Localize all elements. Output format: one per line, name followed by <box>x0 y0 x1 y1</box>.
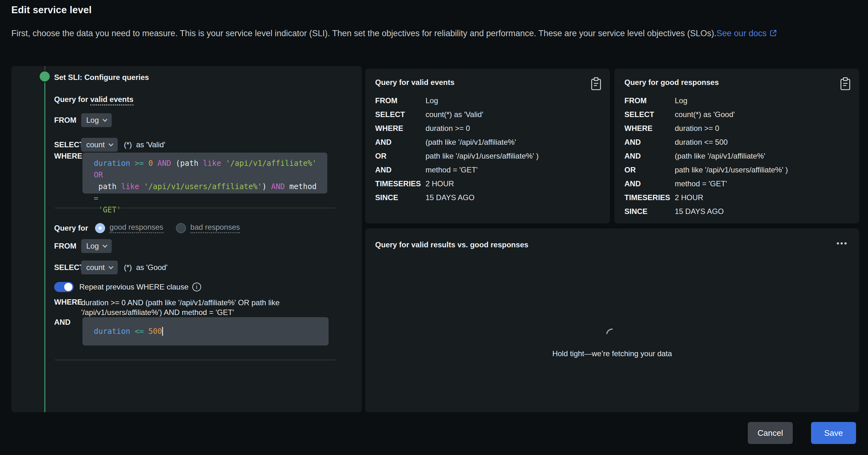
chevron-down-icon <box>108 264 113 269</box>
row-value: 15 DAYS AGO <box>675 207 724 216</box>
step-title: Set SLI: Configure queries <box>54 73 149 82</box>
valid-query-card: Query for valid events FROMLog SELECTcou… <box>365 69 610 223</box>
loading-spinner <box>603 326 621 343</box>
row-value: duration >= 0 <box>426 124 470 133</box>
row-value: 2 HOUR <box>675 193 704 202</box>
heading-term: valid events <box>90 95 133 105</box>
row-keyword: SELECT <box>624 110 675 119</box>
row-value: path like '/api/v1/users/affiliate%' ) <box>426 152 539 160</box>
section-divider <box>55 360 336 360</box>
row-keyword: AND <box>624 180 675 188</box>
row-value: count(*) as 'Valid' <box>426 110 483 119</box>
valid-query-card-title: Query for valid events <box>375 78 455 87</box>
row-value: 2 HOUR <box>426 180 454 188</box>
radio-bad-label[interactable]: bad responses <box>190 223 240 233</box>
where-label: WHERE <box>54 298 81 306</box>
and-label: AND <box>54 318 81 327</box>
where-label: WHERE <box>54 152 81 160</box>
radio-bad-responses[interactable] <box>176 223 186 233</box>
row-keyword: TIMESERIES <box>624 193 675 202</box>
row-keyword: AND <box>624 138 675 147</box>
and-query-code: duration <= 500 <box>94 326 162 337</box>
where-clause-line1: duration >= 0 AND (path like '/api/v1/af… <box>81 298 289 307</box>
copy-query-button[interactable] <box>840 77 851 91</box>
from-dropdown-value: Log <box>86 242 99 251</box>
row-keyword: WHERE <box>375 124 426 133</box>
from-dropdown[interactable]: Log <box>81 113 112 127</box>
row-keyword: WHERE <box>624 124 675 133</box>
repeated-where-clause: duration >= 0 AND (path like '/api/v1/af… <box>81 298 289 317</box>
section-divider <box>55 208 336 208</box>
row-value: method = 'GET' <box>426 165 478 174</box>
from-label: FROM <box>54 116 81 125</box>
row-keyword: FROM <box>375 96 426 105</box>
select-label: SELECT <box>54 263 81 272</box>
radio-good-label[interactable]: good responses <box>110 223 163 233</box>
external-link-icon <box>769 29 777 37</box>
valid-events-heading: Query for valid events <box>54 95 133 104</box>
step-indicator-dot <box>40 71 50 82</box>
page-title: Edit service level <box>11 4 92 16</box>
row-value: duration >= 0 <box>675 124 719 133</box>
row-keyword: SELECT <box>375 110 426 119</box>
select-label: SELECT <box>54 140 81 149</box>
row-keyword: TIMESERIES <box>375 180 426 188</box>
from-dropdown-value: Log <box>86 116 99 125</box>
chevron-down-icon <box>108 141 113 146</box>
loading-message: Hold tight—we’re fetching your data <box>365 349 859 358</box>
good-query-card-title: Query for good responses <box>624 78 719 87</box>
chevron-down-icon <box>102 117 107 122</box>
repeat-where-label: Repeat previous WHERE clause <box>79 283 188 291</box>
row-value: Log <box>675 96 687 105</box>
stepper-connector <box>44 66 45 70</box>
query-for-label: Query for <box>54 224 88 232</box>
row-keyword: AND <box>375 165 426 174</box>
step-progress-line <box>44 83 45 412</box>
row-keyword: SINCE <box>375 193 426 202</box>
docs-link[interactable]: See our docs <box>717 29 777 38</box>
save-button[interactable]: Save <box>811 422 856 444</box>
page-description: First, choose the data you need to measu… <box>11 26 859 41</box>
docs-link-label: See our docs <box>717 29 767 38</box>
row-keyword: AND <box>624 152 675 160</box>
row-value: method = 'GET' <box>675 180 727 188</box>
select-function-dropdown[interactable]: count <box>81 138 118 152</box>
row-keyword: SINCE <box>624 207 675 216</box>
heading-prefix: Query for <box>54 95 90 103</box>
row-value: 15 DAYS AGO <box>426 193 474 202</box>
where-query-editor[interactable]: duration >= 0 AND (path like '/api/v1/af… <box>83 153 327 194</box>
good-query-card: Query for good responses FROMLog SELECTc… <box>614 69 859 223</box>
chart-card-title: Query for valid results vs. good respons… <box>375 240 528 249</box>
from-label: FROM <box>54 242 81 251</box>
row-keyword: AND <box>375 138 426 147</box>
row-keyword: OR <box>624 165 675 174</box>
row-keyword: FROM <box>624 96 675 105</box>
row-value: (path like '/api/v1/affiliate%' <box>675 152 766 160</box>
row-value: Log <box>426 96 438 105</box>
row-value: duration <= 500 <box>675 138 727 147</box>
chart-options-button[interactable]: ••• <box>837 239 848 247</box>
cancel-button[interactable]: Cancel <box>748 422 793 444</box>
row-value: path like '/api/v1/users/affiliate%' ) <box>675 165 788 174</box>
row-keyword: OR <box>375 152 426 160</box>
sli-config-panel: Set SLI: Configure queries Query for val… <box>11 66 362 412</box>
where-clause-line2: '/api/v1/users/affiliate%') AND method =… <box>81 307 289 317</box>
chart-preview-card: Query for valid results vs. good respons… <box>365 228 859 412</box>
repeat-where-toggle[interactable] <box>54 282 74 292</box>
select-dropdown-value: count <box>86 263 105 272</box>
select-suffix: (*) as 'Valid' <box>124 140 165 149</box>
select-function-dropdown-good[interactable]: count <box>81 261 118 274</box>
radio-good-responses[interactable] <box>95 223 105 233</box>
select-dropdown-value: count <box>86 140 105 149</box>
row-value: (path like '/api/v1/affiliate%' <box>426 138 516 147</box>
chevron-down-icon <box>102 242 107 248</box>
from-dropdown-good[interactable]: Log <box>81 239 112 253</box>
copy-query-button[interactable] <box>590 77 602 91</box>
text-caret <box>162 327 163 336</box>
and-query-editor[interactable]: duration <= 500 <box>83 317 329 346</box>
select-suffix: (*) as 'Good' <box>124 263 168 272</box>
info-icon[interactable]: i <box>192 283 201 291</box>
description-text: First, choose the data you need to measu… <box>11 29 717 38</box>
row-value: count(*) as 'Good' <box>675 110 735 119</box>
